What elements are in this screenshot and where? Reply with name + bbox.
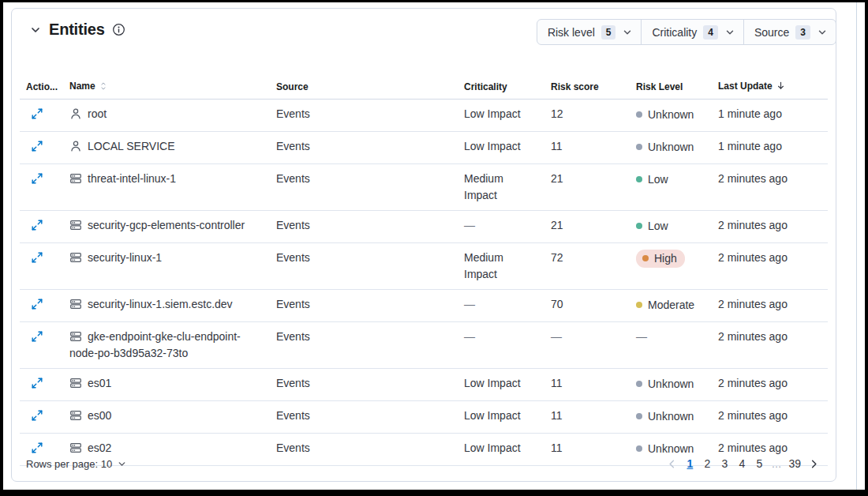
entity-criticality: Low Impact: [464, 106, 521, 122]
filter-risk-level-button[interactable]: Risk level 5: [537, 20, 642, 44]
expand-entity-button[interactable]: [29, 329, 45, 344]
header-risk-level: Risk Level: [630, 75, 712, 100]
expand-entity-button[interactable]: [29, 296, 45, 312]
filter-label: Criticality: [652, 26, 697, 39]
host-icon: [69, 330, 82, 343]
entity-source: Events: [270, 164, 458, 211]
entity-name: security-linux-1.siem.estc.dev: [88, 298, 233, 310]
expand-icon: [31, 219, 43, 231]
page-button-4[interactable]: 4: [735, 454, 749, 473]
entity-last-update: 2 minutes ago: [712, 290, 828, 322]
table-footer: Rows per page: 10 1 2 3 4 5 … 39: [20, 446, 828, 481]
risk-level-dot: [636, 144, 642, 150]
sort-both-icon: [99, 82, 108, 93]
chevron-down-icon: [622, 27, 633, 38]
entity-last-update: 2 minutes ago: [712, 164, 828, 211]
entity-source: Events: [270, 401, 458, 434]
entity-source: Events: [270, 100, 458, 132]
risk-level-dot: [642, 255, 649, 261]
entity-name: root: [88, 107, 107, 120]
expand-entity-button[interactable]: [29, 375, 45, 391]
entity-source: Events: [270, 290, 458, 322]
risk-level-label: —: [630, 322, 712, 369]
expand-entity-button[interactable]: [29, 171, 45, 186]
entity-criticality: Medium Impact: [464, 250, 521, 283]
entities-table: Actio... Name Source Criticality Risk sc…: [20, 75, 828, 466]
expand-icon: [31, 377, 43, 389]
page-button-2[interactable]: 2: [700, 454, 714, 473]
page-button-39[interactable]: 39: [786, 454, 803, 473]
table-row: security-linux-1 Events Medium Impact 72…: [20, 243, 828, 290]
user-icon: [69, 140, 82, 152]
filter-source-button[interactable]: Source 3: [744, 20, 836, 44]
expand-entity-button[interactable]: [29, 217, 45, 233]
sort-desc-icon: [776, 82, 786, 93]
expand-icon: [31, 107, 43, 120]
risk-level-label: Unknown: [648, 139, 694, 156]
chevron-down-icon: [817, 27, 828, 38]
expand-entity-button[interactable]: [29, 408, 45, 423]
header-risk-score: Risk score: [544, 75, 630, 100]
expand-icon: [31, 409, 43, 422]
table-row: security-gcp-elements-controller Events …: [20, 211, 828, 243]
entity-last-update: 2 minutes ago: [712, 369, 828, 401]
expand-entity-button[interactable]: [29, 250, 45, 265]
expand-icon: [31, 330, 43, 343]
entity-last-update: 2 minutes ago: [712, 322, 828, 369]
entity-last-update: 1 minute ago: [712, 100, 828, 132]
host-icon: [69, 298, 82, 310]
entities-panel: Entities Risk level 5 Criticality 4 Sour…: [11, 8, 836, 482]
table-row: gke-endpoint-gke-clu-endpoint-node-po-b3…: [20, 322, 828, 369]
risk-level-label: Moderate: [648, 297, 694, 314]
entity-criticality: —: [464, 296, 475, 313]
expand-entity-button[interactable]: [29, 138, 45, 154]
entity-source: Events: [270, 322, 458, 369]
expand-entity-button[interactable]: [29, 106, 45, 122]
entity-last-update: 1 minute ago: [712, 132, 828, 164]
header-last-update[interactable]: Last Update: [712, 75, 828, 100]
filter-group: Risk level 5 Criticality 4 Source 3: [537, 19, 836, 45]
filter-label: Source: [754, 26, 789, 39]
filter-count-badge: 3: [795, 25, 810, 39]
page-button-3[interactable]: 3: [717, 454, 731, 473]
entity-risk-score: 11: [544, 132, 630, 164]
entity-risk-score: —: [544, 322, 630, 369]
risk-level-label: High: [654, 250, 677, 267]
risk-level-label: Unknown: [648, 376, 694, 393]
entity-risk-score: 21: [544, 164, 630, 211]
risk-level-label: Unknown: [648, 408, 694, 425]
table-row: LOCAL SERVICE Events Low Impact 11 Unkno…: [20, 132, 828, 164]
table-row: root Events Low Impact 12 Unknown 1 minu…: [20, 100, 828, 132]
entity-name: LOCAL SERVICE: [88, 140, 175, 152]
page-button-5[interactable]: 5: [752, 454, 766, 473]
entity-criticality: Low Impact: [464, 138, 521, 155]
entity-source: Events: [270, 211, 458, 243]
entity-name: security-gcp-elements-controller: [88, 219, 245, 231]
filter-count-badge: 4: [703, 25, 718, 39]
filter-criticality-button[interactable]: Criticality 4: [642, 20, 743, 44]
host-icon: [69, 409, 82, 422]
risk-level-badge: High: [636, 250, 685, 268]
prev-page-button[interactable]: [664, 457, 679, 472]
entity-criticality: —: [464, 329, 475, 345]
header-actions: Actio...: [20, 75, 63, 100]
header-name[interactable]: Name: [63, 75, 270, 100]
risk-level-dot: [636, 413, 642, 419]
entity-risk-score: 21: [544, 211, 630, 243]
entity-last-update: 2 minutes ago: [712, 401, 828, 434]
risk-level-dot: [636, 111, 642, 118]
rows-per-page-label: Rows per page: 10: [26, 458, 112, 470]
entity-risk-score: 11: [544, 369, 630, 401]
filter-count-badge: 5: [601, 25, 616, 39]
entity-risk-score: 11: [544, 401, 630, 434]
collapse-entities-button[interactable]: [28, 22, 43, 38]
entity-risk-score: 70: [544, 290, 630, 322]
entity-name: es01: [88, 377, 111, 389]
next-page-button[interactable]: [806, 457, 821, 472]
rows-per-page-button[interactable]: Rows per page: 10: [26, 458, 127, 470]
host-icon: [69, 251, 82, 264]
info-icon[interactable]: [112, 23, 125, 36]
entity-name: threat-intel-linux-1: [88, 172, 176, 185]
expand-icon: [31, 298, 43, 310]
page-button-1[interactable]: 1: [683, 454, 697, 473]
